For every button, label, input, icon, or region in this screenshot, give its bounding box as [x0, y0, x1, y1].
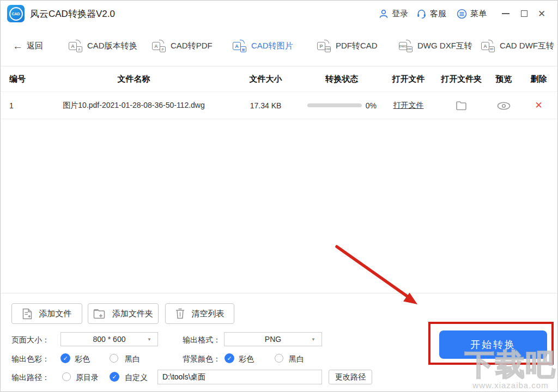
output-path-original-option[interactable]: 原目录: [76, 373, 99, 383]
open-file-link[interactable]: 打开文件: [393, 101, 424, 109]
maximize-button[interactable]: [516, 1, 532, 27]
close-icon: ✕: [538, 8, 545, 20]
output-path-label: 输出路径：: [11, 373, 50, 383]
folder-plus-icon: [93, 309, 105, 319]
page-size-value: 800 * 600: [93, 335, 126, 344]
output-color-bw-option[interactable]: 黑白: [125, 354, 140, 364]
page-size-label: 页面大小：: [11, 335, 50, 345]
change-path-label: 更改路径: [335, 372, 366, 382]
minimize-button[interactable]: [498, 1, 514, 27]
cad-dwf-convert-icon: A WF: [481, 40, 495, 52]
header-filename: 文件名称: [39, 74, 229, 84]
header-status: 转换状态: [302, 74, 381, 84]
header-filesize: 文件大小: [229, 74, 302, 84]
table-row: 1 图片10.pdf-2021-01-28-08-36-50-112.dwg 1…: [1, 92, 557, 119]
header-id: 编号: [1, 74, 39, 84]
tab-label: PDF转CAD: [336, 41, 378, 51]
clear-list-button[interactable]: 清空列表: [165, 303, 234, 324]
check-icon: ✓: [227, 355, 232, 362]
service-label: 客服: [430, 9, 446, 19]
tab-cad-to-pdf[interactable]: A P CAD转PDF: [152, 27, 213, 65]
app-logo-text: CAD: [9, 7, 23, 21]
cad-version-convert-icon: A A: [69, 40, 82, 52]
change-path-button[interactable]: 更改路径: [329, 370, 372, 384]
service-button[interactable]: 客服: [416, 1, 446, 27]
header-preview: 预览: [487, 74, 520, 84]
tab-dwg-dxf-convert[interactable]: DWG DXF DWG DXF互转: [399, 27, 472, 65]
tab-label: CAD转PDF: [171, 41, 213, 51]
login-label: 登录: [392, 9, 408, 19]
clear-list-label: 清空列表: [192, 309, 225, 319]
tab-label: CAD转图片: [251, 41, 293, 51]
file-plus-icon: [22, 308, 32, 320]
add-folder-button[interactable]: 添加文件夹: [88, 303, 159, 324]
tab-cad-to-image[interactable]: A ▦ CAD转图片: [233, 27, 293, 65]
cad-to-pdf-icon: A P: [152, 40, 166, 52]
check-icon: ✓: [112, 373, 117, 381]
table-header: 编号 文件名称 文件大小 转换状态 打开文件 打开文件夹 预览 删除: [1, 67, 557, 92]
trash-icon: [175, 308, 185, 319]
title-bar: CAD 风云CAD转换器V2.0 登录 客服: [1, 1, 557, 27]
tab-label: CAD版本转换: [87, 41, 137, 51]
output-path-custom-radio[interactable]: ✓: [110, 372, 119, 382]
pdf-to-cad-icon: P CAD: [317, 40, 331, 52]
bg-color-color-option[interactable]: 彩色: [239, 354, 254, 364]
header-open-folder: 打开文件夹: [435, 74, 487, 84]
progress-bar: [307, 103, 362, 107]
output-path-original-radio[interactable]: [62, 372, 71, 381]
back-arrow-icon: ←: [13, 40, 23, 52]
dwg-dxf-convert-icon: DWG DXF: [399, 40, 413, 52]
tab-cad-dwf-convert[interactable]: A WF CAD DWF互转: [481, 27, 554, 65]
header-delete: 删除: [520, 74, 557, 84]
bg-color-label: 背景颜色：: [183, 354, 221, 364]
tab-pdf-to-cad[interactable]: P CAD PDF转CAD: [317, 27, 378, 65]
page-size-select[interactable]: 800 * 600 ▼: [60, 332, 158, 346]
output-color-color-option[interactable]: 彩色: [75, 354, 90, 364]
start-convert-button[interactable]: 开始转换: [439, 330, 547, 359]
add-file-button[interactable]: 添加文件: [11, 303, 82, 324]
headset-icon: [416, 9, 427, 19]
app-logo-icon: CAD: [7, 5, 25, 22]
maximize-icon: [521, 10, 527, 17]
add-file-label: 添加文件: [39, 309, 72, 319]
add-folder-label: 添加文件夹: [112, 309, 153, 319]
row-filesize: 17.34 KB: [229, 101, 302, 110]
chevron-down-icon: ▼: [147, 337, 151, 342]
row-filename: 图片10.pdf-2021-01-28-08-36-50-112.dwg: [39, 101, 229, 111]
menu-label: 菜单: [470, 9, 487, 19]
output-format-label: 输出格式：: [183, 335, 221, 345]
login-button[interactable]: 登录: [379, 1, 408, 27]
back-label: 返回: [27, 41, 43, 51]
delete-row-icon[interactable]: ✕: [535, 100, 542, 111]
output-format-select[interactable]: PNG ▼: [224, 332, 322, 346]
tab-bar: ← 返回 A A CAD版本转换 A P CAD转PDF A ▦: [1, 27, 557, 66]
output-path-input[interactable]: [157, 370, 322, 384]
output-format-value: PNG: [265, 335, 281, 344]
tab-label: DWG DXF互转: [417, 41, 472, 51]
check-icon: ✓: [63, 355, 68, 362]
app-window: CAD 风云CAD转换器V2.0 登录 客服: [0, 0, 558, 392]
chevron-down-icon: ▼: [311, 337, 316, 342]
output-color-color-radio[interactable]: ✓: [60, 353, 70, 363]
back-button[interactable]: ← 返回: [13, 27, 43, 65]
user-icon: [379, 9, 389, 19]
progress-percent: 0%: [366, 101, 377, 110]
minimize-icon: [502, 13, 510, 14]
menu-button[interactable]: 菜单: [457, 1, 487, 27]
preview-eye-icon[interactable]: [497, 102, 511, 110]
menu-icon: [457, 9, 467, 19]
row-status: 0%: [302, 101, 381, 110]
output-color-bw-radio[interactable]: [110, 354, 118, 363]
cad-to-image-icon: A ▦: [233, 40, 246, 52]
bg-color-bw-radio[interactable]: [275, 354, 283, 363]
close-button[interactable]: ✕: [533, 1, 550, 27]
output-path-custom-option[interactable]: 自定义: [125, 373, 148, 383]
tab-cad-version-convert[interactable]: A A CAD版本转换: [69, 27, 137, 65]
bg-color-color-radio[interactable]: ✓: [225, 353, 234, 363]
open-folder-icon[interactable]: [456, 101, 467, 111]
row-id: 1: [1, 101, 39, 110]
bg-color-bw-option[interactable]: 黑白: [289, 354, 304, 364]
header-open-file: 打开文件: [381, 74, 436, 84]
tab-label: CAD DWF互转: [500, 41, 554, 51]
start-convert-label: 开始转换: [470, 338, 516, 351]
